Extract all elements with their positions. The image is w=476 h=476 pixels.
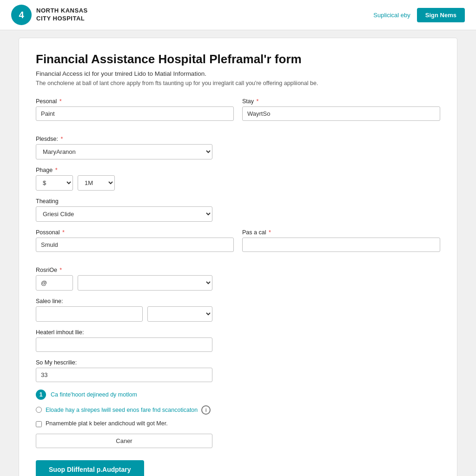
checkbox-label: Pnamemble plat k beler andichoud wilt go… (46, 420, 168, 427)
nav-link[interactable]: Suplicical eby (373, 12, 410, 19)
form-description: The oncholene at ball of lant chore appl… (36, 79, 440, 88)
possonal-pascal-row: Possonal * Pas a cal * (36, 229, 440, 259)
so-my-group: So My hescrilie: (36, 359, 212, 382)
form-title: Financial Assistance Hospital Pleframal'… (36, 52, 440, 66)
rosrioe-row (36, 275, 212, 291)
form-subtitle: Financial Access icl for your tmired Lid… (36, 70, 440, 77)
pas-cal-label: Pas a cal * (242, 229, 440, 236)
possonal-label: Possonal * (36, 229, 234, 236)
so-my-input[interactable] (36, 368, 212, 382)
phage-prefix-select[interactable]: $ (36, 175, 73, 191)
rosrioe-group: RosriOe * (36, 267, 212, 291)
info-icon[interactable]: i (201, 405, 211, 415)
pas-cal-group: Pas a cal * (242, 229, 440, 252)
phage-suffix-select[interactable]: 1M (78, 175, 115, 191)
cancel-input[interactable] (36, 434, 212, 448)
info-number: 1 (36, 390, 46, 400)
header: 4 NORTH KANSAS CITY HOSPITAL Suplicical … (0, 0, 476, 30)
checkbox-row: Pnamemble plat k beler andichoud wilt go… (36, 420, 440, 427)
heaterl-label: Heaterl imhout llie: (36, 329, 212, 336)
please-label: Plesdse: * (36, 136, 212, 142)
saleo-label: Saleo line: (36, 298, 212, 304)
saleo-group: Saleo line: (36, 298, 212, 322)
personal-stay-row: Pesonal * Stay * (36, 98, 440, 128)
radio-input[interactable] (36, 407, 42, 413)
sign-in-button[interactable]: Sign Nems (417, 8, 465, 22)
please-group: Plesdse: * MaryAranon (36, 136, 212, 159)
stay-label: Stay * (242, 98, 440, 105)
saleo-row (36, 306, 212, 322)
phage-row: $ 1M (36, 175, 185, 191)
rosrioe-at-input[interactable] (36, 275, 73, 291)
pas-cal-input[interactable] (242, 238, 440, 252)
radio-row: Eloade hay a slrepes lwill seed enos far… (36, 405, 440, 415)
main-content: Financial Assistance Hospital Pleframal'… (19, 38, 457, 476)
logo-letter: 4 (19, 10, 24, 20)
info-text: Ca finte'hoort dejineed dy motlom (51, 391, 137, 398)
submit-button[interactable]: Suop Dliffental p.Audptary (36, 460, 144, 476)
theating-label: Theating (36, 198, 212, 205)
stay-group: Stay * (242, 98, 440, 121)
radio-label: Eloade hay a slrepes lwill seed enos far… (46, 407, 198, 413)
personal-group: Pesonal * (36, 98, 234, 121)
theating-select[interactable]: Griesi Clide (36, 206, 212, 222)
stay-input[interactable] (242, 106, 440, 121)
rosrioe-label: RosriOe * (36, 267, 212, 273)
rosrioe-dropdown[interactable] (78, 275, 212, 291)
possonal-input[interactable] (36, 238, 234, 252)
logo: 4 NORTH KANSAS CITY HOSPITAL (11, 5, 88, 25)
cancel-group (36, 434, 212, 448)
saleo-input[interactable] (36, 306, 143, 322)
personal-input[interactable] (36, 106, 234, 121)
header-actions: Suplicical eby Sign Nems (373, 8, 465, 22)
phage-group: Phage * $ 1M (36, 167, 185, 191)
phage-label: Phage * (36, 167, 185, 173)
personal-label: Pesonal * (36, 98, 234, 105)
saleo-dropdown[interactable] (147, 306, 212, 322)
heaterl-input[interactable] (36, 337, 212, 352)
please-select[interactable]: MaryAranon (36, 144, 212, 159)
so-my-label: So My hescrilie: (36, 359, 212, 366)
heaterl-group: Heaterl imhout llie: (36, 329, 212, 352)
info-box: 1 Ca finte'hoort dejineed dy motlom (36, 390, 440, 400)
checkbox-input[interactable] (36, 421, 42, 427)
possonal-group: Possonal * (36, 229, 234, 252)
theating-group: Theating Griesi Clide (36, 198, 212, 222)
logo-icon: 4 (11, 5, 32, 25)
logo-text: NORTH KANSAS CITY HOSPITAL (36, 7, 88, 23)
